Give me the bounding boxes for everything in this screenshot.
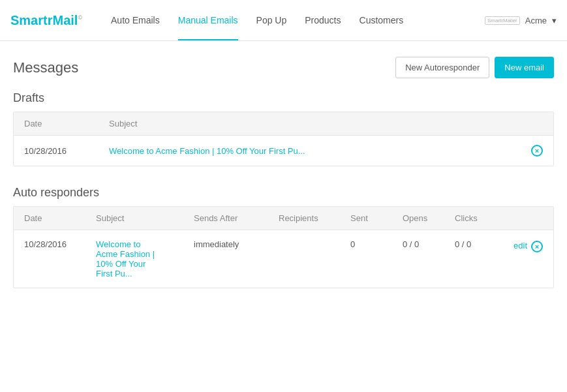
ar-col-recipients: Recipients [279, 213, 350, 223]
drafts-col-date: Date [24, 119, 109, 128]
new-autoresponder-button[interactable]: New Autoresponder [395, 57, 489, 78]
drafts-table-header: Date Subject [14, 112, 553, 136]
messages-actions: New Autoresponder New email [395, 57, 554, 78]
ar-col-actions [507, 213, 543, 223]
draft-delete-button[interactable]: × [531, 145, 543, 157]
draft-date: 10/28/2016 [24, 146, 109, 156]
drafts-col-subject: Subject [109, 119, 543, 128]
drafts-section: Drafts Date Subject 10/28/2016 Welcome t… [13, 91, 554, 166]
ar-delete-button[interactable]: × [531, 241, 543, 252]
account-logo: SmartrMailer [485, 16, 520, 25]
autoresponders-section: Auto responders Date Subject Sends After… [13, 186, 554, 288]
ar-date: 10/28/2016 [24, 239, 96, 249]
ar-col-date: Date [24, 213, 96, 223]
account-name: Acme [525, 16, 547, 25]
autoresponders-table: Date Subject Sends After Recipients Sent… [13, 206, 554, 288]
logo-text: SmartrMail© [10, 13, 82, 27]
header: SmartrMail© Auto Emails Manual Emails Po… [0, 0, 567, 41]
ar-table-header: Date Subject Sends After Recipients Sent… [14, 207, 553, 230]
nav-item-customers[interactable]: Customers [350, 0, 413, 40]
new-email-button[interactable]: New email [495, 57, 554, 78]
draft-subject-link[interactable]: Welcome to Acme Fashion | 10% Off Your F… [109, 146, 305, 156]
autoresponders-title: Auto responders [13, 186, 554, 206]
ar-opens: 0 / 0 [403, 239, 455, 249]
ar-edit-button[interactable]: edit [513, 241, 527, 250]
draft-row: 10/28/2016 Welcome to Acme Fashion | 10%… [14, 136, 553, 166]
ar-subject-link[interactable]: Welcome toAcme Fashion |10% Off YourFirs… [96, 239, 194, 279]
draft-actions: × [531, 145, 543, 157]
drafts-title: Drafts [13, 91, 554, 112]
messages-title: Messages [13, 59, 78, 76]
ar-col-clicks: Clicks [455, 213, 507, 223]
ar-subject[interactable]: Welcome toAcme Fashion |10% Off YourFirs… [96, 239, 194, 279]
ar-clicks: 0 / 0 [455, 239, 507, 249]
drafts-table: Date Subject 10/28/2016 Welcome to Acme … [13, 112, 554, 166]
logo: SmartrMail© [10, 13, 82, 28]
main-content: Messages New Autoresponder New email Dra… [0, 41, 567, 324]
draft-subject[interactable]: Welcome to Acme Fashion | 10% Off Your F… [109, 145, 531, 156]
ar-row-actions: edit × [507, 239, 543, 252]
messages-section-header: Messages New Autoresponder New email [13, 57, 554, 78]
nav-item-auto-emails[interactable]: Auto Emails [102, 0, 169, 40]
ar-col-opens: Opens [403, 213, 455, 223]
account-dropdown-icon: ▾ [552, 16, 557, 25]
ar-col-sends: Sends After [194, 213, 279, 223]
ar-col-sent: Sent [350, 213, 403, 223]
logo-sup: © [78, 14, 82, 21]
account-menu[interactable]: SmartrMailer Acme ▾ [485, 16, 557, 25]
ar-col-subject: Subject [96, 213, 194, 223]
ar-sends-after: immediately [194, 239, 279, 249]
ar-row: 10/28/2016 Welcome toAcme Fashion |10% O… [14, 230, 553, 288]
main-nav: Auto Emails Manual Emails Pop Up Product… [102, 0, 485, 40]
ar-sent: 0 [350, 239, 403, 249]
nav-item-products[interactable]: Products [296, 0, 350, 40]
nav-item-manual-emails[interactable]: Manual Emails [169, 0, 247, 40]
nav-item-pop-up[interactable]: Pop Up [247, 0, 296, 40]
